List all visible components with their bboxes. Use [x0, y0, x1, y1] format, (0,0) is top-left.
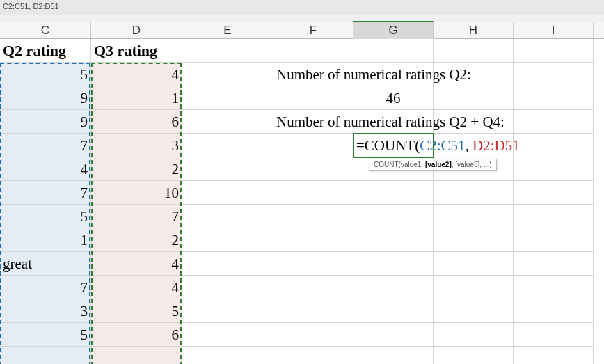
cell-H2[interactable] [434, 63, 514, 86]
cell-I8[interactable] [514, 205, 594, 228]
cell-E2[interactable] [182, 63, 273, 86]
col-header-I[interactable]: I [514, 22, 594, 38]
cell-C6[interactable]: 4 [0, 157, 91, 181]
cell-H3[interactable] [434, 86, 514, 110]
cell-E3[interactable] [182, 86, 273, 110]
cell-C2[interactable]: 5 [0, 63, 91, 86]
cell-G3[interactable]: 46 [353, 86, 434, 110]
cell-H9[interactable] [434, 228, 514, 252]
cell-G8[interactable] [353, 205, 434, 228]
cell-F3[interactable] [273, 86, 353, 110]
name-box[interactable]: C2:C51, D2:D51 [0, 0, 604, 15]
cell-H14[interactable] [434, 347, 514, 364]
cell-D4[interactable]: 6 [91, 110, 182, 134]
cell-C4[interactable]: 9 [0, 110, 91, 134]
col-header-H[interactable]: H [434, 22, 514, 38]
cell-C3[interactable]: 9 [0, 86, 91, 110]
cell-H8[interactable] [434, 205, 514, 228]
cell-F1[interactable] [273, 39, 353, 63]
cell-I3[interactable] [514, 86, 594, 110]
cell-E8[interactable] [182, 205, 273, 228]
cell-D2[interactable]: 4 [91, 63, 182, 86]
cell-H7[interactable] [434, 181, 514, 205]
cell-D7[interactable]: 10 [91, 181, 182, 205]
cell-C9[interactable]: 1 [0, 228, 91, 252]
col-header-G[interactable]: G [353, 21, 434, 39]
cell-G12[interactable] [353, 299, 434, 323]
cell-D1[interactable]: Q3 rating [91, 39, 182, 63]
cell-C8[interactable]: 5 [0, 205, 91, 228]
cell-H13[interactable] [434, 323, 514, 347]
cell-I2[interactable] [514, 63, 594, 86]
cell-D6[interactable]: 2 [91, 157, 182, 181]
cell-G5-formula[interactable]: =COUNT(C2:C51, D2:D51 [353, 134, 434, 157]
cell-D9[interactable]: 2 [91, 228, 182, 252]
cell-D5[interactable]: 3 [91, 134, 182, 157]
cell-C1[interactable]: Q2 rating [0, 39, 91, 63]
cell-F11[interactable] [273, 276, 353, 299]
cell-D3[interactable]: 1 [91, 86, 182, 110]
cell-D14[interactable] [91, 347, 182, 364]
cell-G10[interactable] [353, 252, 434, 276]
cell-D12[interactable]: 5 [91, 299, 182, 323]
cell-G4[interactable] [353, 110, 434, 134]
cell-I1[interactable] [514, 39, 594, 63]
cell-F12[interactable] [273, 299, 353, 323]
cell-G1[interactable] [353, 39, 434, 63]
cell-C11[interactable]: 7 [0, 276, 91, 299]
cell-E10[interactable] [182, 252, 273, 276]
cell-E5[interactable] [182, 134, 273, 157]
cell-I12[interactable] [514, 299, 594, 323]
spreadsheet-grid[interactable]: C D E F G H I Q2 rating Q3 rating 5 4 Nu… [0, 22, 604, 364]
cell-I14[interactable] [514, 347, 594, 364]
cell-I11[interactable] [514, 276, 594, 299]
cell-E9[interactable] [182, 228, 273, 252]
cell-I13[interactable] [514, 323, 594, 347]
cell-D10[interactable]: 4 [91, 252, 182, 276]
cell-G7[interactable] [353, 181, 434, 205]
cell-C5[interactable]: 7 [0, 134, 91, 157]
cell-E7[interactable] [182, 181, 273, 205]
cell-G11[interactable] [353, 276, 434, 299]
cell-C12[interactable]: 3 [0, 299, 91, 323]
cell-F8[interactable] [273, 205, 353, 228]
cell-I10[interactable] [514, 252, 594, 276]
cell-E4[interactable] [182, 110, 273, 134]
cell-G2[interactable] [353, 63, 434, 86]
cell-C13[interactable]: 5 [0, 323, 91, 347]
cell-F14[interactable] [273, 347, 353, 364]
cell-E12[interactable] [182, 299, 273, 323]
cell-C14[interactable] [0, 347, 91, 364]
cell-D8[interactable]: 7 [91, 205, 182, 228]
cell-F4[interactable]: Number of numerical ratings Q2 + Q4: [273, 110, 353, 134]
cell-H12[interactable] [434, 299, 514, 323]
cell-H11[interactable] [434, 276, 514, 299]
col-header-D[interactable]: D [91, 22, 182, 38]
cell-G13[interactable] [353, 323, 434, 347]
cell-G14[interactable] [353, 347, 434, 364]
cell-C7[interactable]: 7 [0, 181, 91, 205]
col-header-E[interactable]: E [182, 22, 273, 38]
cell-E13[interactable] [182, 323, 273, 347]
cell-G9[interactable] [353, 228, 434, 252]
cell-H10[interactable] [434, 252, 514, 276]
cell-E1[interactable] [182, 39, 273, 63]
cell-F9[interactable] [273, 228, 353, 252]
cell-F2[interactable]: Number of numerical ratings Q2: [273, 63, 353, 86]
cell-I6[interactable] [514, 157, 594, 181]
cell-I5[interactable] [514, 134, 594, 157]
cell-D13[interactable]: 6 [91, 323, 182, 347]
cell-F13[interactable] [273, 323, 353, 347]
cell-E11[interactable] [182, 276, 273, 299]
cell-E6[interactable] [182, 157, 273, 181]
cell-D11[interactable]: 4 [91, 276, 182, 299]
cell-F10[interactable] [273, 252, 353, 276]
cell-H4[interactable] [434, 110, 514, 134]
cell-I7[interactable] [514, 181, 594, 205]
cell-F6[interactable] [273, 157, 353, 181]
cell-I4[interactable] [514, 110, 594, 134]
col-header-F[interactable]: F [273, 22, 353, 38]
cell-E14[interactable] [182, 347, 273, 364]
cell-I9[interactable] [514, 228, 594, 252]
cell-H1[interactable] [434, 39, 514, 63]
